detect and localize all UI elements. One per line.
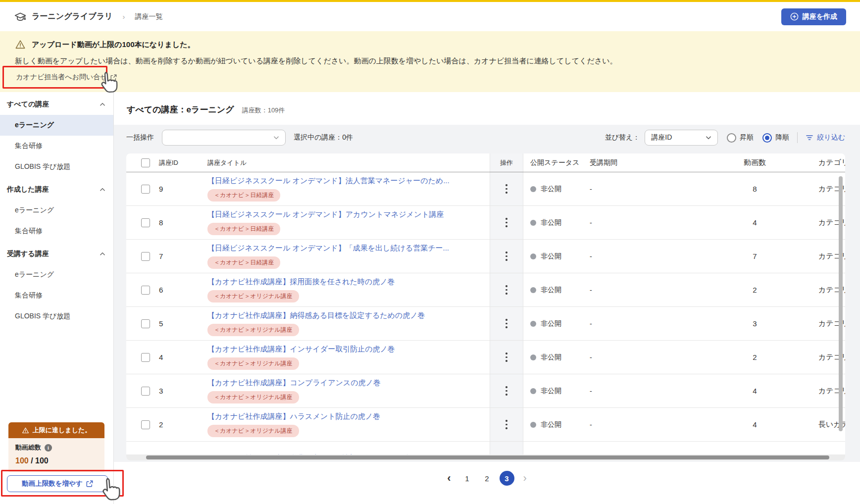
status-dot-icon: [530, 321, 536, 327]
table-row: 3 【カオナビ社作成講座】コンプライアンスの虎ノ巻 ＜カオナビ＞オリジナル講座 …: [126, 374, 845, 408]
sidebar-section-label: すべての講座: [7, 100, 49, 109]
course-title-link[interactable]: 【カオナビ社作成講座】インサイダー取引防止の虎ノ巻: [207, 345, 490, 354]
sidebar-item[interactable]: 集合研修: [0, 285, 113, 306]
pagination-page-2[interactable]: 2: [480, 471, 495, 486]
sidebar-item-label: 集合研修: [15, 142, 43, 150]
period-cell: -: [583, 387, 719, 395]
table-row: 7 【日経ビジネススクール オンデマンド】「成果を出し続ける営業チー... ＜カ…: [126, 240, 845, 273]
course-title-link[interactable]: 【カオナビ社作成講座】採用面接を任された時の虎ノ巻: [207, 277, 490, 287]
select-all-checkbox[interactable]: [141, 158, 150, 167]
status-label: 非公開: [541, 252, 561, 261]
kebab-menu-icon[interactable]: [504, 181, 509, 197]
create-course-button[interactable]: 講座を作成: [781, 8, 846, 25]
info-icon[interactable]: i: [45, 444, 52, 452]
sidebar-item[interactable]: eラーニング: [0, 264, 113, 285]
chevron-down-icon: [273, 136, 279, 140]
status-dot-icon: [530, 253, 536, 259]
learning-library-page: ラーニングライブラリ › 講座一覧 講座を作成 アップロード動画が上限の100本…: [0, 0, 860, 504]
increase-video-limit-button[interactable]: 動画上限数を増やす: [7, 475, 108, 492]
kebab-menu-icon[interactable]: [504, 282, 509, 298]
sort-desc-label: 降順: [775, 133, 789, 142]
sidebar-item-label: eラーニング: [15, 121, 54, 129]
sidebar-item-label: eラーニング: [15, 270, 54, 278]
kebab-menu-icon[interactable]: [504, 316, 509, 331]
category-cell: カテゴリ: [791, 252, 845, 261]
pagination: ‹ 123 ›: [114, 471, 860, 486]
pagination-next-button[interactable]: ›: [521, 473, 529, 484]
header-course-title: 講座タイトル: [204, 158, 490, 167]
sort-desc-radio[interactable]: [762, 133, 772, 143]
horizontal-scrollbar-thumb[interactable]: [146, 455, 829, 459]
sidebar-item[interactable]: eラーニング: [0, 115, 113, 136]
period-cell: -: [583, 320, 719, 328]
table-row: 5 【カオナビ社作成講座】納得感ある目標を設定するための虎ノ巻 ＜カオナビ＞オリ…: [126, 307, 845, 341]
upload-limit-banner: アップロード動画が上限の100本になりました。 新しく動画をアップしたい場合は、…: [0, 31, 860, 92]
course-tag: ＜カオナビ＞オリジナル講座: [207, 324, 299, 336]
filter-icon: [806, 134, 813, 141]
app-title-link[interactable]: ラーニングライブラリ: [32, 11, 112, 22]
kebab-menu-icon[interactable]: [504, 350, 509, 365]
videos-cell: 7: [719, 252, 791, 260]
sort-asc-radio[interactable]: [727, 133, 736, 143]
status-label: 非公開: [541, 218, 561, 227]
course-title-link[interactable]: 【日経ビジネススクール オンデマンド】アカウントマネジメント講座: [207, 210, 490, 219]
pagination-page-1[interactable]: 1: [460, 471, 475, 486]
status-dot-icon: [530, 422, 536, 428]
kebab-menu-icon[interactable]: [504, 249, 509, 264]
sidebar-section-header[interactable]: すべての講座: [0, 92, 113, 115]
course-id-cell: 5: [150, 319, 204, 328]
sidebar-item[interactable]: 集合研修: [0, 221, 113, 242]
kebab-menu-icon[interactable]: [504, 383, 509, 399]
status-label: 非公開: [541, 286, 561, 295]
warning-triangle-icon: [15, 39, 26, 50]
category-cell: カテゴリ: [791, 353, 845, 362]
pagination-page-3[interactable]: 3: [500, 471, 514, 486]
kebab-menu-icon[interactable]: [504, 417, 509, 432]
sidebar-item[interactable]: GLOBIS 学び放題: [0, 306, 113, 327]
course-title-link[interactable]: 【日経ビジネススクール オンデマンド】「成果を出し続ける営業チー...: [207, 244, 490, 253]
course-title-link[interactable]: 【カオナビ社作成講座】コンプライアンスの虎ノ巻: [207, 378, 490, 388]
sort-select[interactable]: 講座ID: [645, 130, 718, 146]
bulk-action-select[interactable]: [162, 130, 286, 146]
video-count: 100 / 100: [15, 456, 98, 465]
videos-cell: 4: [719, 420, 791, 429]
external-link-icon: [86, 480, 93, 487]
row-checkbox[interactable]: [141, 185, 150, 194]
app-header: ラーニングライブラリ › 講座一覧 講座を作成: [0, 2, 860, 31]
period-cell: -: [583, 252, 719, 260]
increase-video-limit-label: 動画上限数を増やす: [22, 479, 82, 488]
sidebar-item[interactable]: 集合研修: [0, 136, 113, 156]
row-checkbox[interactable]: [141, 218, 150, 227]
course-tag: ＜カオナビ＞オリジナル講座: [207, 425, 299, 437]
video-limit-card: 上限に達しました。 動画総数 i 100 / 100: [8, 422, 104, 472]
chevron-up-icon: [100, 188, 105, 192]
course-title-link[interactable]: 【カオナビ社作成講座】納得感ある目標を設定するための虎ノ巻: [207, 311, 490, 320]
chevron-up-icon: [100, 102, 105, 106]
vertical-scrollbar-thumb[interactable]: [839, 176, 843, 431]
sidebar-section-header[interactable]: 受講する講座: [0, 242, 113, 264]
contact-kaonavi-link[interactable]: カオナビ担当者へお問い合せ: [16, 73, 107, 82]
row-checkbox[interactable]: [141, 252, 150, 261]
sidebar-section-label: 作成した講座: [7, 185, 49, 194]
course-id-cell: 6: [150, 286, 204, 294]
course-title-link[interactable]: 【日経ビジネススクール オンデマンド】法人営業マネージャーのため...: [207, 176, 490, 186]
kebab-menu-icon[interactable]: [504, 215, 509, 230]
bulk-action-label: 一括操作: [126, 133, 154, 142]
course-title-link[interactable]: 【カオナビ社作成講座】ハラスメント防止の虎ノ巻: [207, 412, 490, 421]
selected-courses-info: 選択中の講座：0件: [294, 133, 353, 142]
row-checkbox[interactable]: [141, 420, 150, 429]
filter-button[interactable]: 絞り込む: [806, 133, 845, 142]
sidebar-section-header[interactable]: 作成した講座: [0, 177, 113, 200]
row-checkbox[interactable]: [141, 286, 150, 295]
row-checkbox[interactable]: [141, 319, 150, 328]
breadcrumb-current: 講座一覧: [135, 12, 162, 21]
sort-asc-label: 昇順: [740, 133, 754, 142]
pagination-prev-button[interactable]: ‹: [445, 473, 453, 484]
row-checkbox[interactable]: [141, 387, 150, 396]
course-id-cell: 9: [150, 185, 204, 193]
row-checkbox[interactable]: [141, 353, 150, 362]
sidebar-item[interactable]: eラーニング: [0, 200, 113, 221]
sidebar-section: すべての講座 eラーニング 集合研修 GLOBIS 学び放題: [0, 92, 113, 177]
sidebar-item[interactable]: GLOBIS 学び放題: [0, 156, 113, 177]
main-content: すべての講座：eラーニング 講座数：109件 一括操作 選択中の講座：0件 並び…: [114, 92, 860, 504]
